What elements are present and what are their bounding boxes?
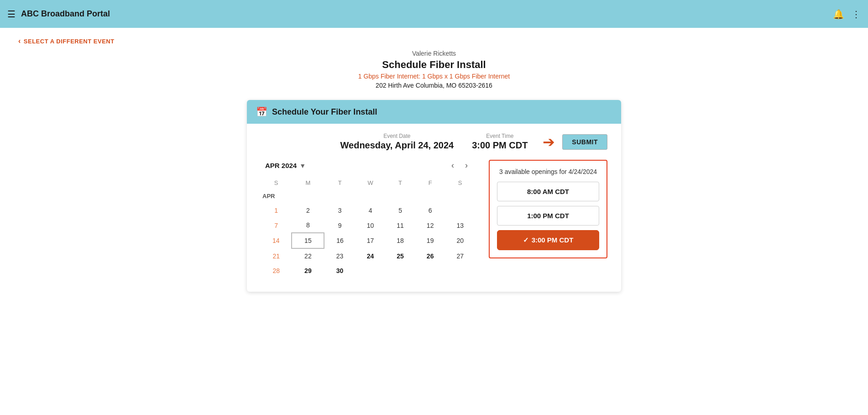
page-content: ‹ SELECT A DIFFERENT EVENT Valerie Ricke…: [0, 28, 868, 415]
calendar-container: APR 2024 ▼ ‹ › SMTWTFS A: [261, 160, 475, 278]
next-month-button[interactable]: ›: [462, 160, 471, 171]
calendar-day[interactable]: 3: [324, 203, 355, 218]
timeslots-container: 3 available openings for 4/24/2024 8:00 …: [489, 160, 607, 258]
selected-datetime-row: Event Date Wednesday, April 24, 2024 Eve…: [261, 133, 607, 151]
page-title: Schedule Fiber Install: [18, 59, 850, 71]
calendar-day[interactable]: 20: [445, 233, 475, 248]
calendar-day[interactable]: 21: [261, 248, 292, 263]
header-left: ☰ ABC Broadband Portal: [7, 9, 110, 20]
calendar-day[interactable]: 8: [292, 218, 324, 233]
app-title: ABC Broadband Portal: [21, 9, 110, 19]
address: 202 Hirth Ave Columbia, MO 65203-2616: [18, 82, 850, 89]
timeslot-item[interactable]: 1:00 PM CDT: [497, 206, 599, 226]
calendar-day: [385, 263, 415, 278]
schedule-card-header: 📅 Schedule Your Fiber Install: [247, 100, 621, 124]
arrow-indicator-icon: ➔: [543, 133, 555, 151]
card-title: Schedule Your Fiber Install: [272, 107, 377, 117]
submit-area: ➔ SUBMIT: [543, 133, 607, 151]
schedule-card: 📅 Schedule Your Fiber Install Event Date…: [247, 100, 621, 292]
chevron-down-icon: ▼: [299, 162, 306, 169]
calendar-day[interactable]: 24: [356, 248, 386, 263]
timeslot-item[interactable]: ✓3:00 PM CDT: [497, 230, 599, 250]
calendar-day[interactable]: 2: [292, 203, 324, 218]
event-date-label: Event Date: [340, 133, 454, 139]
day-header: W: [356, 177, 386, 189]
calendar-day[interactable]: 29: [292, 263, 324, 278]
timeslots-header: 3 available openings for 4/24/2024: [497, 168, 599, 175]
check-icon: ✓: [523, 236, 529, 244]
page-header-info: Valerie Ricketts Schedule Fiber Install …: [18, 50, 850, 89]
timeslot-item[interactable]: 8:00 AM CDT: [497, 182, 599, 201]
calendar-day: [445, 263, 475, 278]
calendar-day[interactable]: 15: [292, 233, 324, 248]
calendar-day[interactable]: 17: [356, 233, 386, 248]
calendar-month-row-label: APR: [261, 189, 475, 203]
submit-button[interactable]: SUBMIT: [562, 134, 607, 150]
schedule-card-body: Event Date Wednesday, April 24, 2024 Eve…: [247, 124, 621, 292]
calendar-day: [415, 263, 445, 278]
calendar-day[interactable]: 23: [324, 248, 355, 263]
calendar-grid: SMTWTFS APR12345678910111213141516171819…: [261, 177, 475, 278]
event-date-block: Event Date Wednesday, April 24, 2024: [340, 133, 454, 151]
calendar-day[interactable]: 1: [261, 203, 292, 218]
prev-month-button[interactable]: ‹: [449, 160, 457, 171]
calendar-day[interactable]: 9: [324, 218, 355, 233]
back-link[interactable]: ‹ SELECT A DIFFERENT EVENT: [18, 37, 850, 45]
calendar-day[interactable]: 27: [445, 248, 475, 263]
back-arrow-icon: ‹: [18, 37, 21, 45]
event-date-value: Wednesday, April 24, 2024: [340, 140, 454, 151]
day-header: S: [445, 177, 475, 189]
calendar-day[interactable]: 7: [261, 218, 292, 233]
calendar-day[interactable]: 13: [445, 218, 475, 233]
timeslots-list: 8:00 AM CDT1:00 PM CDT✓3:00 PM CDT: [497, 182, 599, 250]
day-header: F: [415, 177, 445, 189]
calendar-day[interactable]: 19: [415, 233, 445, 248]
event-time-block: Event Time 3:00 PM CDT: [472, 133, 528, 151]
calendar-day[interactable]: 28: [261, 263, 292, 278]
calendar-nav: APR 2024 ▼ ‹ ›: [261, 160, 475, 171]
calendar-day[interactable]: 14: [261, 233, 292, 248]
event-time-label: Event Time: [472, 133, 528, 139]
header-right: 🔔 ⋮: [833, 9, 861, 20]
day-header: M: [292, 177, 324, 189]
day-header: T: [324, 177, 355, 189]
event-time-value: 3:00 PM CDT: [472, 140, 528, 151]
calendar-day[interactable]: 6: [415, 203, 445, 218]
hamburger-icon[interactable]: ☰: [7, 9, 16, 20]
calendar-day[interactable]: 10: [356, 218, 386, 233]
month-label: APR 2024: [265, 162, 297, 169]
calendar-day: [356, 263, 386, 278]
customer-name: Valerie Ricketts: [18, 50, 850, 57]
calendar-day[interactable]: 5: [385, 203, 415, 218]
calendar-day[interactable]: 12: [415, 218, 445, 233]
calendar-day[interactable]: 18: [385, 233, 415, 248]
bell-icon[interactable]: 🔔: [833, 9, 844, 20]
calendar-nav-buttons: ‹ ›: [449, 160, 471, 171]
calendar-day[interactable]: 22: [292, 248, 324, 263]
calendar-icon: 📅: [256, 106, 267, 117]
day-header: T: [385, 177, 415, 189]
calendar-day[interactable]: 25: [385, 248, 415, 263]
service-info: 1 Gbps Fiber Internet: 1 Gbps x 1 Gbps F…: [18, 73, 850, 80]
calendar-day[interactable]: 11: [385, 218, 415, 233]
calendar-time-area: APR 2024 ▼ ‹ › SMTWTFS A: [261, 160, 607, 278]
calendar-day[interactable]: 30: [324, 263, 355, 278]
calendar-day[interactable]: 4: [356, 203, 386, 218]
calendar-day[interactable]: 16: [324, 233, 355, 248]
more-options-icon[interactable]: ⋮: [852, 9, 861, 20]
calendar-day: [445, 203, 475, 218]
day-header: S: [261, 177, 292, 189]
header: ☰ ABC Broadband Portal 🔔 ⋮: [0, 0, 868, 28]
calendar-day[interactable]: 26: [415, 248, 445, 263]
back-link-label: SELECT A DIFFERENT EVENT: [24, 38, 115, 45]
month-dropdown[interactable]: APR 2024 ▼: [265, 162, 306, 169]
